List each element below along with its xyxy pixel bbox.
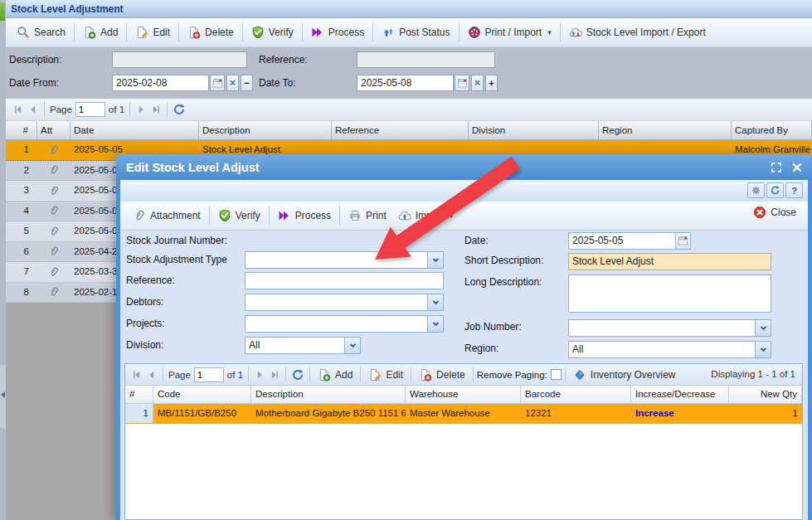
process-label: Process [328,27,364,38]
debtors-combo[interactable] [245,294,444,311]
combo-trigger[interactable] [427,252,443,268]
toolbar-separator [560,23,561,41]
stock-adjustment-type-combo[interactable] [245,251,444,269]
dialog-refresh-button[interactable] [766,182,784,198]
help-button[interactable]: ? [785,182,803,198]
line-delete-button[interactable]: Delete [415,367,469,383]
date-from-input[interactable] [112,75,209,91]
minus-icon: − [244,78,249,88]
column-header-warehouse[interactable]: Warehouse [406,386,521,403]
last-page-button[interactable] [150,104,162,115]
long-description-textarea[interactable] [568,275,771,313]
inventory-overview-button[interactable]: Inventory Overview [569,367,680,383]
date-from-clear-button[interactable]: × [226,75,239,91]
column-header--[interactable]: # [125,386,153,403]
line-edit-button[interactable]: Edit [364,367,407,383]
delete-button[interactable]: Delete [182,23,240,41]
column-header--[interactable]: # [6,121,37,139]
first-page-button[interactable] [12,104,24,115]
green-edge-tab [0,2,5,21]
date-from-decrement-button[interactable]: − [241,75,253,91]
edit-button[interactable]: Edit [129,23,176,41]
column-header-region[interactable]: Region [599,121,732,139]
row-number: 2 [6,161,37,181]
column-header-description[interactable]: Description [199,121,332,139]
division-combo[interactable]: All [245,337,361,354]
column-header-increase-decrease[interactable]: Increase/Decrease [631,386,729,403]
dialog-print-button[interactable]: Print [343,207,392,225]
date-calendar-button[interactable] [676,232,691,250]
column-header-reference[interactable]: Reference [332,121,469,139]
prev-page-button[interactable] [146,369,158,381]
close-icon[interactable] [790,161,804,174]
column-header-division[interactable]: Division [469,121,599,139]
job-number-combo[interactable] [568,319,771,337]
toolbar-separator [459,23,459,41]
attachment-button[interactable]: Attachment [127,207,207,225]
inner-grid-header: #CodeDescriptionWarehouseBarcodeIncrease… [125,386,802,404]
remove-paging-checkbox[interactable] [551,369,562,380]
process-button[interactable]: Process [305,23,370,41]
date-input[interactable]: 2025-05-05 [568,232,676,250]
combo-trigger[interactable] [427,316,443,332]
combo-trigger[interactable] [427,294,443,310]
inner-page-number-input[interactable] [194,367,224,382]
date-to-clear-button[interactable]: × [471,75,484,91]
stock-import-export-button[interactable]: Stock Level Import / Export [563,23,712,41]
description-filter-input[interactable] [112,51,247,68]
combo-trigger[interactable] [755,320,771,336]
prev-page-button[interactable] [27,104,39,115]
next-page-button[interactable] [254,369,265,381]
column-header-att[interactable]: Att [37,121,71,139]
dialog-process-button[interactable]: Process [272,207,337,225]
line-item-row[interactable]: 1MB/1151/GB/B250Motherboard Gigabyte B25… [125,404,802,424]
reference-input[interactable] [245,272,444,289]
column-header-description[interactable]: Description [251,386,406,403]
add-button[interactable]: Add [77,23,124,41]
maximize-icon[interactable] [770,161,783,174]
verify-button[interactable]: Verify [246,23,299,41]
dialog-close-button[interactable]: Close [753,206,796,219]
next-page-button[interactable] [135,104,147,115]
column-header-new-qty[interactable]: New Qty [729,386,802,403]
print-import-button[interactable]: Print / Import ▾ [462,23,557,41]
inner-refresh-button[interactable] [291,368,304,381]
line-add-button[interactable]: Add [314,367,357,383]
date-from-calendar-button[interactable] [210,75,225,91]
edit-icon [135,26,148,39]
paperclip-icon [48,164,60,176]
refresh-button[interactable] [173,103,186,116]
page-of-label: of 1 [109,104,124,114]
cell-code: MB/1151/GB/B250 [153,404,251,423]
column-header-date[interactable]: Date [71,121,199,139]
column-header-barcode[interactable]: Barcode [521,386,631,403]
page-number-input[interactable] [75,102,105,117]
dialog-import-button[interactable]: Import ▾ [392,207,459,225]
toolbar-separator [309,367,310,382]
settings-button[interactable] [747,182,765,198]
chevron-down-icon: ▾ [547,28,552,36]
date-to-input[interactable] [357,75,454,91]
last-page-button[interactable] [269,369,280,381]
combo-trigger[interactable] [755,342,771,357]
reference-filter-input[interactable] [357,51,495,68]
post-status-button[interactable]: Post Status [376,23,455,41]
column-header-code[interactable]: Code [153,386,251,403]
column-header-captured-by[interactable]: Captured By [732,121,812,139]
print-import-icon [468,26,481,39]
date-from-label: Date From: [9,77,59,89]
projects-combo[interactable] [245,315,444,333]
date-to-calendar-button[interactable] [455,75,469,91]
date-to-increment-button[interactable]: + [485,75,498,91]
toolbar-separator [74,23,75,41]
region-combo[interactable]: All [568,341,771,358]
line-items-grid: Page of 1 Add Edit [124,363,803,520]
first-page-button[interactable] [131,369,143,381]
search-button[interactable]: Search [11,23,71,41]
chevron-down-icon [430,318,441,329]
combo-trigger[interactable] [344,338,360,353]
short-description-input[interactable]: Stock Level Adjust [568,253,771,270]
dialog-verify-button[interactable]: Verify [212,207,266,225]
gear-icon [751,185,761,196]
toolbar-separator [126,23,127,41]
